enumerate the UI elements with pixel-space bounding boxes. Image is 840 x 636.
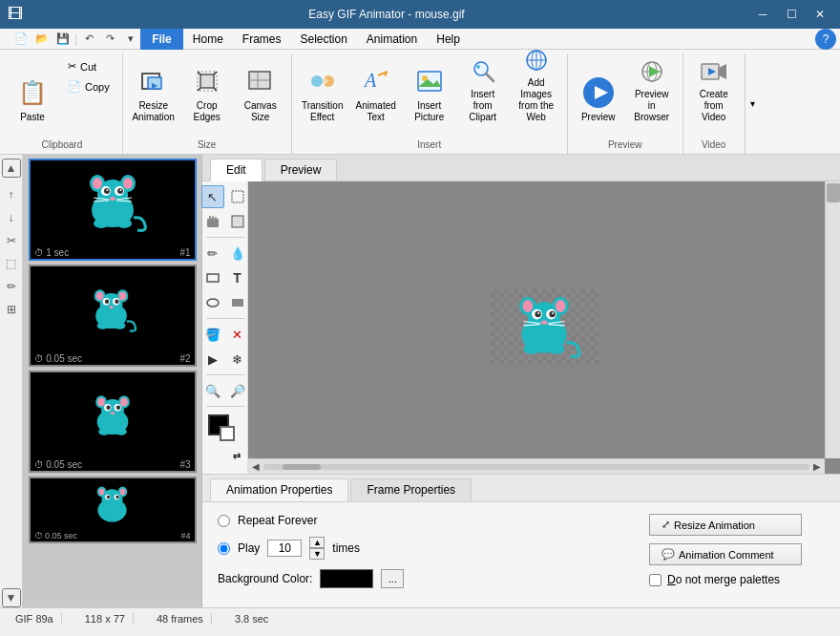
effect-tools-row: ▶ ❄	[201, 348, 249, 371]
draw-icon[interactable]: ✏	[2, 277, 21, 296]
merge-palettes-checkbox[interactable]	[649, 574, 662, 586]
preview-in-browser-button[interactable]: Preview inBrowser	[627, 57, 677, 126]
resize-animation-icon: ▶	[136, 64, 171, 98]
horizontal-scrollbar[interactable]: ◀ ▶	[248, 458, 825, 474]
ellipse-tool[interactable]	[201, 291, 224, 314]
preview-icon	[581, 75, 616, 110]
background-color-picker-button[interactable]: ...	[381, 569, 404, 588]
tab-animation-properties[interactable]: Animation Properties	[210, 478, 348, 501]
background-color[interactable]	[220, 426, 235, 441]
cut-button[interactable]: ✂ Cut	[61, 57, 116, 75]
fill-select-tool[interactable]	[226, 210, 249, 233]
paste-button[interactable]: 📋 Paste	[8, 57, 57, 126]
svg-point-109	[535, 311, 540, 317]
spinner-up-button[interactable]: ▲	[309, 537, 325, 548]
close-button[interactable]: ✕	[808, 5, 832, 24]
crop-edges-button[interactable]: Crop Edges	[182, 57, 232, 126]
open-button[interactable]: 📂	[32, 31, 52, 48]
animation-menu[interactable]: Animation	[357, 29, 427, 50]
tab-preview[interactable]: Preview	[264, 159, 338, 180]
transition-effect-button[interactable]: TransitionEffect	[298, 57, 347, 126]
ribbon-scroll-button[interactable]: ▾	[745, 53, 760, 154]
resize-animation-action-button[interactable]: ⤢ Resize Animation	[649, 514, 802, 536]
repeat-forever-radio[interactable]	[218, 515, 230, 527]
move-down-icon[interactable]: ↓	[2, 208, 21, 227]
svg-point-47	[106, 189, 108, 191]
svg-text:A: A	[363, 70, 377, 91]
help-icon-button[interactable]: ?	[815, 29, 836, 50]
spinner-down-button[interactable]: ▼	[309, 548, 325, 560]
zoom-out-tool[interactable]: 🔍	[201, 379, 224, 402]
marquee-tool[interactable]	[226, 185, 249, 208]
swap-colors-button[interactable]: ⇄	[233, 451, 241, 461]
insert-picture-button[interactable]: InsertPicture	[405, 57, 454, 126]
effect-tool-1[interactable]: ▶	[201, 348, 224, 371]
frame-item-1[interactable]: ⏱ 1 sec #1	[29, 159, 197, 261]
main-layout: ▲ ↑ ↓ ✂ ⬚ ✏ ⊞ ▼	[0, 155, 840, 607]
svg-point-78	[116, 406, 119, 410]
dropper-tool[interactable]: 💧	[226, 242, 249, 265]
eraser-tool[interactable]: ✕	[226, 323, 249, 346]
file-menu[interactable]: File	[140, 29, 183, 50]
pencil-tool[interactable]: ✏	[201, 242, 224, 265]
frames-menu[interactable]: Frames	[233, 29, 291, 50]
frame-strip: ⏱ 1 sec #1	[23, 155, 202, 607]
minimize-button[interactable]: ─	[750, 5, 775, 24]
vertical-scrollbar[interactable]	[825, 181, 840, 458]
svg-point-42	[123, 178, 133, 189]
tab-frame-properties[interactable]: Frame Properties	[350, 478, 472, 501]
new-button[interactable]: 📄	[11, 31, 31, 48]
hand-tool[interactable]	[201, 210, 224, 233]
undo-button[interactable]: ↶	[79, 31, 98, 48]
svg-rect-92	[232, 191, 243, 202]
play-count-input[interactable]: 10	[267, 540, 302, 557]
redo-button[interactable]: ↷	[100, 31, 119, 48]
svg-point-67	[96, 322, 108, 329]
grid-icon[interactable]: ⊞	[2, 300, 21, 319]
create-from-video-button[interactable]: Createfrom Video	[689, 57, 739, 126]
color-swatches	[206, 414, 244, 449]
maximize-button[interactable]: ☐	[779, 5, 804, 24]
selection-menu[interactable]: Selection	[290, 29, 356, 50]
arrow-tool[interactable]: ↖	[201, 185, 224, 208]
svg-point-86	[99, 489, 104, 496]
frame-3-info: ⏱ 0.05 sec #3	[31, 458, 195, 471]
scroll-up-button[interactable]: ▲	[2, 159, 21, 178]
rect-tool[interactable]	[201, 266, 224, 289]
select-icon[interactable]: ⬚	[2, 254, 21, 273]
copy-button[interactable]: 📄 Copy	[61, 77, 116, 95]
fill-rect-tool[interactable]	[226, 291, 249, 314]
insert-from-clipart-button[interactable]: Insert fromClipart	[458, 57, 508, 126]
add-images-from-web-button[interactable]: Add Imagesfrom the Web	[512, 57, 561, 126]
scroll-down-button[interactable]: ▼	[2, 588, 21, 607]
animation-comment-button[interactable]: 💬 Animation Comment	[649, 543, 802, 565]
tab-edit[interactable]: Edit	[210, 159, 262, 181]
preview-button[interactable]: Preview	[574, 57, 623, 126]
insert-from-clipart-label: Insert fromClipart	[461, 89, 505, 123]
help-menu[interactable]: Help	[427, 29, 470, 50]
background-color-swatch[interactable]	[320, 569, 373, 588]
cut-icon[interactable]: ✂	[2, 231, 21, 250]
cut-label: Cut	[80, 61, 96, 73]
frame-item-2[interactable]: ⏱ 0.05 sec #2	[29, 265, 197, 367]
play-radio[interactable]	[218, 542, 230, 555]
paint-bucket-tool[interactable]: 🪣	[201, 323, 224, 346]
effect-tool-2[interactable]: ❄	[226, 348, 249, 371]
text-tool[interactable]: T	[226, 266, 249, 289]
frame-item-4[interactable]: ⏱ 0.05 sec #4	[29, 477, 197, 543]
home-menu[interactable]: Home	[183, 29, 233, 50]
save-button[interactable]: 💾	[53, 31, 73, 48]
quick-access-dropdown[interactable]: ▾	[121, 31, 140, 48]
svg-point-106	[556, 300, 566, 312]
animated-text-button[interactable]: A AnimatedText	[351, 57, 401, 126]
resize-animation-button[interactable]: ▶ ResizeAnimation	[129, 57, 178, 126]
frame-canvas-3	[31, 372, 195, 458]
status-bar: GIF 89a 118 x 77 48 frames 3.8 sec	[0, 607, 840, 628]
tool-sep-2	[206, 318, 244, 319]
canvas-size-button[interactable]: Canvas Size	[236, 57, 285, 126]
cut-copy-col: ✂ Cut 📄 Copy	[61, 57, 116, 95]
zoom-in-tool[interactable]: 🔎	[226, 379, 249, 402]
frame-item-3[interactable]: ⏱ 0.05 sec #3	[29, 371, 197, 473]
move-up-icon[interactable]: ↑	[2, 185, 21, 204]
frame-3-number: #3	[179, 459, 190, 470]
